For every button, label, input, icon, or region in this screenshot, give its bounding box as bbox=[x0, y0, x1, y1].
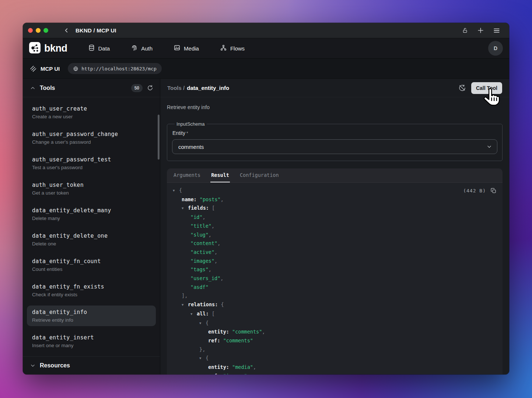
zoom-window-button[interactable] bbox=[43, 28, 48, 33]
json-line: ▼fields: [ bbox=[167, 204, 503, 213]
window-title: BKND / MCP UI bbox=[76, 27, 116, 34]
collapse-arrow-icon[interactable]: ▼ bbox=[173, 186, 179, 195]
json-line: "title", bbox=[167, 222, 503, 231]
chevron-down-icon bbox=[486, 144, 492, 150]
mcp-icon bbox=[29, 65, 37, 72]
json-line: ▼relations: { bbox=[167, 300, 503, 310]
tool-name: data_entity_delete_one bbox=[32, 233, 151, 239]
resources-section-title: Resources bbox=[40, 362, 70, 369]
nav-label: Flows bbox=[230, 45, 245, 52]
window-controls bbox=[28, 23, 48, 38]
tool-desc: Get a user token bbox=[32, 190, 151, 196]
new-tab-icon[interactable] bbox=[477, 27, 484, 34]
tool-item[interactable]: auth_user_password_changeChange a user's… bbox=[27, 128, 156, 148]
result-tabs: Arguments Result Configuration bbox=[167, 168, 503, 183]
json-line: entity: "media", bbox=[167, 363, 503, 372]
json-line: "content", bbox=[167, 239, 503, 248]
resources-section-header[interactable]: Resources bbox=[23, 356, 160, 374]
tool-name: data_entity_fn_count bbox=[32, 258, 151, 265]
tools-list: auth_user_createCreate a new userauth_us… bbox=[23, 97, 160, 356]
json-line: ▼{ bbox=[167, 319, 503, 328]
payload-size-label: (442 B) bbox=[463, 188, 486, 193]
tool-detail-header: Tools / data_entity_info Call Tool bbox=[160, 79, 509, 97]
tools-section-title: Tools bbox=[40, 85, 55, 91]
json-lines: ▼{name: "posts",▼fields: ["id","title","… bbox=[167, 186, 503, 374]
collapse-arrow-icon[interactable]: ▼ bbox=[199, 354, 206, 363]
tools-sidebar: Tools 50 auth_user_createCreate a new us… bbox=[23, 79, 160, 374]
tool-name: auth_user_password_change bbox=[32, 131, 151, 137]
tool-name: auth_user_token bbox=[32, 182, 151, 188]
json-line: entity: "comments", bbox=[167, 328, 503, 336]
nav-item-data[interactable]: Data bbox=[88, 44, 110, 52]
menu-icon[interactable] bbox=[493, 27, 500, 34]
nav-item-auth[interactable]: Auth bbox=[131, 44, 153, 52]
tool-item[interactable]: data_entity_infoRetrieve entity info bbox=[27, 306, 156, 326]
tool-item[interactable]: auth_user_tokenGet a user token bbox=[27, 178, 156, 199]
lock-icon[interactable] bbox=[462, 27, 468, 34]
bknd-logo-icon bbox=[29, 42, 41, 55]
collapse-arrow-icon[interactable]: ▼ bbox=[190, 310, 197, 319]
call-tool-button[interactable]: Call Tool bbox=[471, 82, 502, 94]
user-avatar[interactable]: D bbox=[488, 41, 503, 56]
tool-item[interactable]: data_entity_delete_manyDelete many bbox=[27, 204, 156, 224]
tools-count-badge: 50 bbox=[131, 84, 143, 92]
titlebar: BKND / MCP UI bbox=[23, 23, 509, 38]
tool-item[interactable]: data_entity_fn_existsCheck if entity exi… bbox=[27, 280, 156, 301]
history-off-icon[interactable] bbox=[458, 84, 466, 92]
copy-icon[interactable] bbox=[490, 188, 497, 194]
tools-section-header[interactable]: Tools 50 bbox=[23, 79, 160, 97]
tool-desc: Retrieve entity info bbox=[32, 317, 151, 323]
breadcrumb-section[interactable]: Tools / bbox=[167, 85, 185, 91]
breadcrumb-current: data_entity_info bbox=[187, 85, 229, 91]
entity-field-label: Entity* bbox=[172, 130, 497, 136]
refresh-icon[interactable] bbox=[147, 85, 153, 91]
tool-desc: Create a new user bbox=[32, 114, 151, 119]
brand-name: bknd bbox=[44, 43, 67, 54]
entity-select-value: comments bbox=[178, 144, 204, 150]
tab-result[interactable]: Result bbox=[210, 168, 230, 182]
input-schema-fieldset: InputSchema Entity* comments bbox=[167, 121, 503, 161]
collapse-arrow-icon[interactable]: ▼ bbox=[182, 301, 188, 310]
tool-item[interactable]: data_entity_insertInsert one or many bbox=[27, 331, 156, 352]
top-navbar: bknd Data Auth Media Flows D bbox=[23, 38, 509, 58]
json-line: ▼all: [ bbox=[167, 310, 503, 319]
json-line: ▼{ bbox=[167, 186, 503, 195]
tool-item[interactable]: data_entity_delete_oneDelete one bbox=[27, 229, 156, 250]
nav-item-media[interactable]: Media bbox=[174, 44, 199, 52]
minimize-window-button[interactable] bbox=[36, 28, 41, 33]
sidebar-scrollbar[interactable] bbox=[158, 115, 160, 160]
page-title: MCP UI bbox=[41, 66, 60, 72]
tool-name: auth_user_password_test bbox=[32, 156, 151, 163]
tool-desc: Test a user's password bbox=[32, 165, 151, 170]
tool-item[interactable]: auth_user_password_testTest a user's pas… bbox=[27, 153, 156, 174]
result-panel: Arguments Result Configuration (442 B) ▼… bbox=[167, 168, 503, 374]
app-window: BKND / MCP UI bknd Data bbox=[23, 23, 509, 374]
json-line: "id", bbox=[167, 213, 503, 222]
collapse-arrow-icon[interactable]: ▼ bbox=[199, 319, 206, 328]
back-icon[interactable] bbox=[62, 26, 71, 35]
json-line: }, bbox=[167, 345, 503, 354]
server-url-pill[interactable]: http://localhost:28623/mcp bbox=[68, 63, 162, 74]
tool-description: Retrieve entity info bbox=[167, 104, 503, 110]
tool-name: data_entity_insert bbox=[32, 334, 151, 341]
tab-arguments[interactable]: Arguments bbox=[173, 168, 201, 182]
json-line: ref: "comments" bbox=[167, 336, 503, 345]
entity-select[interactable]: comments bbox=[172, 139, 497, 154]
tool-item[interactable]: auth_user_createCreate a new user bbox=[27, 102, 156, 123]
json-line: "asdf" bbox=[167, 283, 503, 292]
close-window-button[interactable] bbox=[28, 28, 33, 33]
tool-name: data_entity_fn_exists bbox=[32, 283, 151, 290]
tool-item[interactable]: data_entity_fn_countCount entities bbox=[27, 255, 156, 275]
required-marker: * bbox=[186, 131, 188, 136]
json-line: ref: "images" bbox=[167, 372, 503, 374]
tool-name: auth_user_create bbox=[32, 105, 151, 112]
json-line: ], bbox=[167, 291, 503, 300]
json-line: "users_id", bbox=[167, 274, 503, 283]
input-schema-legend: InputSchema bbox=[175, 121, 207, 127]
tab-configuration[interactable]: Configuration bbox=[239, 168, 280, 182]
nav-item-flows[interactable]: Flows bbox=[220, 44, 245, 52]
nav-label: Media bbox=[184, 45, 199, 52]
collapse-arrow-icon[interactable]: ▼ bbox=[182, 204, 188, 213]
chevron-down-icon bbox=[30, 363, 35, 368]
brand-logo[interactable]: bknd bbox=[29, 42, 67, 55]
